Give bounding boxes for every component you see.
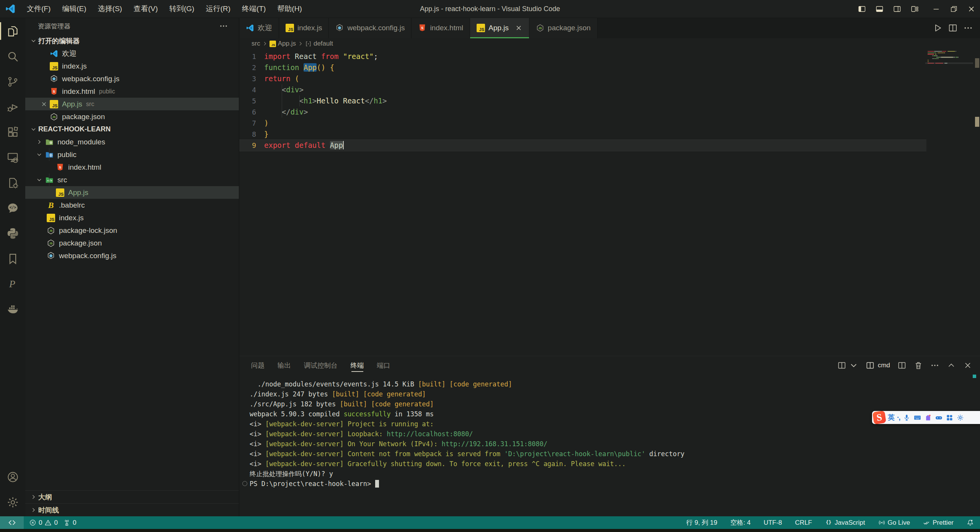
status-indentation[interactable]: 空格: 4: [730, 518, 751, 527]
code-line-6[interactable]: 6 </div>: [239, 106, 926, 118]
project-root-header[interactable]: REACT-HOOK-LEARN: [25, 123, 239, 136]
minimize-button[interactable]: [927, 0, 945, 18]
panel-tab-端口[interactable]: 端口: [377, 356, 390, 375]
tab-package.json[interactable]: JSpackage.json: [529, 18, 598, 38]
layout-customize-button[interactable]: [906, 0, 923, 18]
status-language-mode[interactable]: {}JavaScript: [825, 519, 865, 527]
code-line-3[interactable]: 3return (: [239, 73, 926, 84]
activity-item-remote-explorer[interactable]: [0, 145, 25, 170]
mic-icon[interactable]: [903, 414, 911, 422]
tree-item-.babelrc[interactable]: B.babelrc: [25, 199, 239, 211]
status-prettier[interactable]: Prettier: [923, 519, 954, 527]
tree-item-public[interactable]: public: [25, 148, 239, 161]
tab-index.js[interactable]: JSindex.js: [279, 18, 329, 38]
tree-item-index.js[interactable]: JSindex.js: [25, 211, 239, 224]
terminal-icon[interactable]: [866, 361, 875, 370]
activity-item-project-manager[interactable]: P: [0, 271, 25, 296]
code-line-5[interactable]: 5 <h1>Hello React</h1>: [239, 95, 926, 106]
status-go-live[interactable]: Go Live: [878, 519, 910, 527]
status-cursor-position[interactable]: 行 9, 列 19: [686, 518, 717, 527]
tree-item-index.html[interactable]: 5index.html: [25, 161, 239, 174]
open-editor-index.html[interactable]: 5index.htmlpublic: [25, 85, 239, 98]
tree-item-package.json[interactable]: JSpackage.json: [25, 237, 239, 249]
activity-item-bookmarks[interactable]: [0, 246, 25, 271]
activity-item-live-preview[interactable]: </>: [0, 195, 25, 221]
open-editors-header[interactable]: 打开的编辑器: [25, 34, 239, 47]
panel-tab-终端[interactable]: 终端: [351, 356, 364, 375]
problems-status[interactable]: 0 0: [29, 519, 58, 527]
code-line-7[interactable]: 7): [239, 118, 926, 129]
tab-欢迎[interactable]: 欢迎: [239, 18, 279, 38]
open-editor-欢迎[interactable]: 欢迎: [25, 47, 239, 60]
close-icon[interactable]: [41, 101, 47, 108]
new-terminal-icon[interactable]: [837, 361, 846, 370]
keyboard-icon[interactable]: [913, 414, 921, 422]
ports-status[interactable]: 0: [63, 519, 76, 527]
code-line-1[interactable]: 1import React from "react";: [239, 51, 926, 62]
panel-tab-问题[interactable]: 问题: [251, 356, 265, 375]
menu-item-4[interactable]: 转到(G): [163, 0, 200, 18]
tab-webpack.config.js[interactable]: webpack.config.js: [329, 18, 412, 38]
kill-terminal-icon[interactable]: [914, 361, 923, 370]
tree-item-webpack.config.js[interactable]: webpack.config.js: [25, 249, 239, 262]
status-eol[interactable]: CRLF: [795, 519, 812, 527]
terminal-tab-cmd[interactable]: cmd: [866, 361, 890, 370]
game-icon[interactable]: [935, 414, 943, 422]
panel-tab-调试控制台[interactable]: 调试控制台: [304, 356, 338, 375]
punctuation-icon[interactable]: ·,: [897, 413, 900, 422]
activity-item-account[interactable]: [0, 464, 25, 489]
menu-item-7[interactable]: 帮助(H): [271, 0, 307, 18]
activity-item-docker[interactable]: [0, 296, 25, 322]
breadcrumb-item-default[interactable]: default: [305, 40, 333, 47]
activity-item-code-runner[interactable]: [0, 170, 25, 195]
tab-App.js[interactable]: JSApp.js: [470, 18, 529, 38]
launch-profile-chevron-icon[interactable]: [849, 361, 858, 370]
command-decoration-icon[interactable]: [242, 481, 247, 486]
status-notifications[interactable]: [967, 519, 974, 526]
code-line-2[interactable]: 2function App() {: [239, 62, 926, 73]
ime-mode-toggle[interactable]: 英: [888, 413, 895, 422]
scrollbar-thumb[interactable]: [975, 58, 979, 68]
activity-item-python[interactable]: [0, 221, 25, 246]
activity-item-source-control[interactable]: [0, 69, 25, 94]
breadcrumb[interactable]: srcJSApp.jsdefault: [239, 38, 980, 49]
menu-item-0[interactable]: 文件(F): [21, 0, 56, 18]
activity-item-run-and-debug[interactable]: [0, 94, 25, 119]
menu-item-5[interactable]: 运行(R): [200, 0, 236, 18]
code-editor[interactable]: 1import React from "react";2function App…: [239, 49, 980, 356]
split-editor-button[interactable]: [948, 23, 958, 33]
tree-item-package-lock.json[interactable]: JSpackage-lock.json: [25, 224, 239, 237]
tree-item-node_modules[interactable]: node_modules: [25, 136, 239, 148]
menu-item-1[interactable]: 编辑(E): [56, 0, 92, 18]
status-encoding[interactable]: UTF-8: [764, 519, 782, 527]
close-panel-icon[interactable]: [963, 361, 972, 370]
split-terminal-icon[interactable]: [897, 361, 906, 370]
activity-item-search[interactable]: [0, 44, 25, 69]
layout-sidebar-left-button[interactable]: [853, 0, 871, 18]
tools-icon[interactable]: [956, 414, 964, 422]
more-actions-icon[interactable]: [930, 361, 939, 370]
code-line-9[interactable]: 9export default App: [239, 140, 926, 151]
close-button[interactable]: [962, 0, 980, 18]
tree-item-src[interactable]: </>src: [25, 174, 239, 186]
menu-item-2[interactable]: 选择(S): [92, 0, 128, 18]
tab-index.html[interactable]: 5index.html: [412, 18, 470, 38]
open-editor-App.js[interactable]: JSApp.jssrc: [25, 98, 239, 110]
close-icon[interactable]: [515, 24, 523, 32]
maximize-panel-icon[interactable]: [947, 361, 956, 370]
sogou-logo-icon[interactable]: S: [872, 411, 886, 424]
breadcrumb-item-App.js[interactable]: JSApp.js: [270, 40, 296, 47]
menu-item-6[interactable]: 终端(T): [236, 0, 271, 18]
panel-tab-输出[interactable]: 输出: [278, 356, 291, 375]
restore-button[interactable]: [945, 0, 962, 18]
sogou-ime-toolbar[interactable]: S 英 ·,: [872, 411, 980, 424]
more-button[interactable]: [963, 23, 973, 33]
menu-item-3[interactable]: 查看(V): [128, 0, 163, 18]
grid-icon[interactable]: [946, 414, 954, 422]
breadcrumb-item-src[interactable]: src: [252, 40, 260, 47]
sidebar-section-时间线[interactable]: 时间线: [25, 503, 239, 516]
layout-sidebar-right-button[interactable]: [888, 0, 906, 18]
code-line-4[interactable]: 4 <div>: [239, 84, 926, 95]
skin-icon[interactable]: [924, 414, 932, 422]
open-editor-index.js[interactable]: JSindex.js: [25, 60, 239, 72]
